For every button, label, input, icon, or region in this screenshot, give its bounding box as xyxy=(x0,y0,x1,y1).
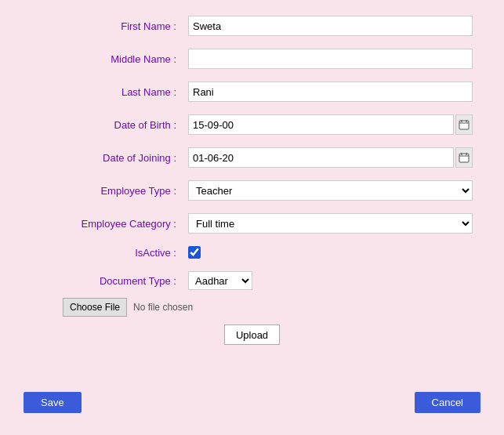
svg-rect-4 xyxy=(459,154,469,162)
is-active-checkbox[interactable] xyxy=(188,246,201,259)
middle-name-label: Middle Name : xyxy=(31,53,188,65)
dob-calendar-icon[interactable] xyxy=(455,114,473,135)
is-active-label: IsActive : xyxy=(31,247,188,259)
doj-input[interactable] xyxy=(188,147,454,168)
upload-row: Upload xyxy=(31,324,473,345)
dob-label: Date of Birth : xyxy=(31,119,188,131)
doc-type-row: Document Type : Aadhar PAN Passport xyxy=(31,271,473,290)
choose-file-button[interactable]: Choose File xyxy=(63,298,127,317)
dob-row: Date of Birth : xyxy=(31,114,473,135)
last-name-row: Last Name : xyxy=(31,82,473,102)
doj-wrapper xyxy=(188,147,473,168)
doj-calendar-icon[interactable] xyxy=(455,147,473,168)
doj-row: Date of Joining : xyxy=(31,147,473,168)
is-active-row: IsActive : xyxy=(31,246,473,259)
last-name-label: Last Name : xyxy=(31,86,188,98)
save-button[interactable]: Save xyxy=(24,392,82,413)
middle-name-row: Middle Name : xyxy=(31,49,473,69)
cancel-button[interactable]: Cancel xyxy=(415,392,480,413)
doc-type-select[interactable]: Aadhar PAN Passport xyxy=(188,271,252,290)
form-container: First Name : Middle Name : Last Name : D… xyxy=(0,0,504,376)
emp-category-select[interactable]: Full time Part time Contract xyxy=(188,213,473,234)
upload-button[interactable]: Upload xyxy=(224,324,280,345)
emp-type-select[interactable]: Teacher Staff Admin xyxy=(188,180,473,201)
emp-category-row: Employee Category : Full time Part time … xyxy=(31,213,473,234)
no-file-label: No file chosen xyxy=(133,302,193,313)
doc-type-label: Document Type : xyxy=(31,275,188,287)
doj-label: Date of Joining : xyxy=(31,152,188,164)
first-name-row: First Name : xyxy=(31,16,473,36)
svg-rect-0 xyxy=(459,121,469,129)
dob-wrapper xyxy=(188,114,473,135)
emp-type-row: Employee Type : Teacher Staff Admin xyxy=(31,180,473,201)
file-row: Choose File No file chosen xyxy=(31,298,473,317)
emp-category-label: Employee Category : xyxy=(31,218,188,230)
middle-name-input[interactable] xyxy=(188,49,473,69)
dob-input[interactable] xyxy=(188,114,454,135)
bottom-row: Save Cancel xyxy=(0,384,504,421)
first-name-label: First Name : xyxy=(31,20,188,32)
emp-type-label: Employee Type : xyxy=(31,185,188,197)
first-name-input[interactable] xyxy=(188,16,473,36)
last-name-input[interactable] xyxy=(188,82,473,102)
